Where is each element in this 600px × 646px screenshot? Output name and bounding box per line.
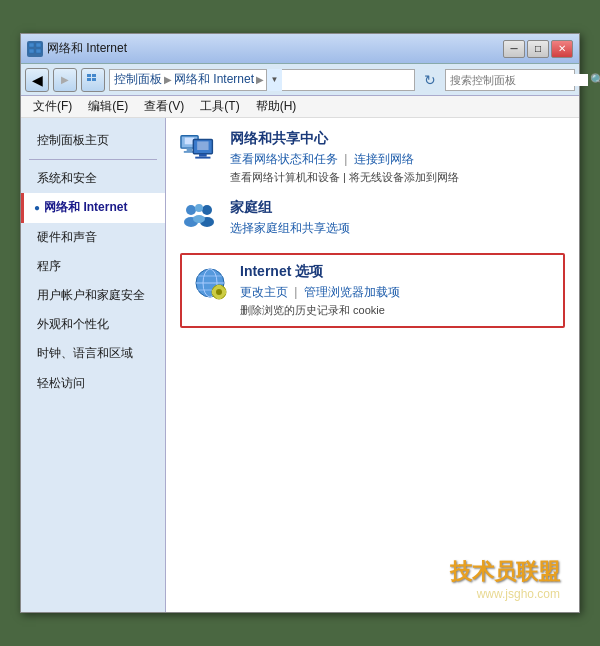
search-input[interactable]	[450, 74, 588, 86]
svg-rect-5	[92, 74, 96, 77]
watermark: 技术员联盟 www.jsgho.com	[450, 557, 560, 601]
svg-rect-29	[217, 285, 221, 288]
title-bar: 网络和 Internet ─ □ ✕	[21, 34, 579, 64]
section-homegroup-text: 家庭组 选择家庭组和共享选项	[230, 199, 565, 239]
svg-rect-13	[197, 141, 208, 150]
link-manage-addons[interactable]: 管理浏览器加载项	[304, 285, 400, 299]
svg-rect-7	[92, 78, 96, 81]
internet-options-icon	[190, 263, 230, 303]
section-network-title: 网络和共享中心	[230, 130, 565, 148]
up-button[interactable]	[81, 68, 105, 92]
window-title: 网络和 Internet	[47, 40, 127, 57]
sidebar-item-network[interactable]: 网络和 Internet	[21, 193, 165, 222]
search-box: 🔍	[445, 69, 575, 91]
link-homegroup[interactable]: 选择家庭组和共享选项	[230, 221, 350, 235]
section-homegroup-title: 家庭组	[230, 199, 565, 217]
title-bar-buttons: ─ □ ✕	[503, 40, 573, 58]
menu-help[interactable]: 帮助(H)	[250, 96, 303, 117]
watermark-main: 技术员联盟	[450, 557, 560, 587]
minimize-button[interactable]: ─	[503, 40, 525, 58]
svg-rect-4	[87, 74, 91, 77]
svg-rect-14	[199, 154, 207, 157]
breadcrumb-current[interactable]: 网络和 Internet	[174, 71, 254, 88]
sidebar-divider1	[29, 159, 157, 160]
svg-rect-2	[29, 49, 34, 53]
main-window: 网络和 Internet ─ □ ✕ ◀ ▶ 控制面板	[20, 33, 580, 613]
menu-tools[interactable]: 工具(T)	[194, 96, 245, 117]
svg-rect-6	[87, 78, 91, 81]
svg-rect-32	[223, 290, 226, 294]
breadcrumb-root[interactable]: 控制面板	[114, 71, 162, 88]
svg-rect-15	[195, 157, 210, 159]
svg-point-16	[186, 205, 196, 215]
menu-edit[interactable]: 编辑(E)	[82, 96, 134, 117]
sidebar-item-home[interactable]: 控制面板主页	[21, 126, 165, 155]
address-bar: ◀ ▶ 控制面板 ▶ 网络和 Internet ▶ ▼ ↻ 🔍	[21, 64, 579, 96]
svg-rect-30	[217, 296, 221, 299]
section-internet-desc: 删除浏览的历史记录和 cookie	[240, 303, 555, 318]
section-internet-inner: Internet 选项 更改主页 | 管理浏览器加载项 删除浏览的历史记录和 c…	[190, 263, 555, 318]
section-internet-links: 更改主页 | 管理浏览器加载项	[240, 284, 555, 301]
sidebar-item-access[interactable]: 轻松访问	[21, 369, 165, 398]
menu-bar: 文件(F) 编辑(E) 查看(V) 工具(T) 帮助(H)	[21, 96, 579, 118]
search-icon[interactable]: 🔍	[590, 73, 600, 87]
svg-point-18	[202, 205, 212, 215]
watermark-sub: www.jsgho.com	[450, 587, 560, 601]
link-view-status[interactable]: 查看网络状态和任务	[230, 152, 338, 166]
svg-point-21	[193, 215, 205, 223]
sidebar: 控制面板主页 系统和安全 网络和 Internet 硬件和声音 程序 用户帐户和…	[21, 118, 166, 612]
section-network-desc: 查看网络计算机和设备 | 将无线设备添加到网络	[230, 170, 565, 185]
link-connect[interactable]: 连接到网络	[354, 152, 414, 166]
link-change-homepage[interactable]: 更改主页	[240, 285, 288, 299]
title-bar-left: 网络和 Internet	[27, 40, 127, 57]
right-panel: 网络和共享中心 查看网络状态和任务 | 连接到网络 查看网络计算机和设备 | 将…	[166, 118, 579, 612]
svg-point-28	[216, 289, 222, 295]
section-network-links: 查看网络状态和任务 | 连接到网络	[230, 151, 565, 168]
back-button[interactable]: ◀	[25, 68, 49, 92]
breadcrumb-sep1: ▶	[164, 74, 172, 85]
breadcrumb-dropdown[interactable]: ▼	[266, 69, 282, 91]
forward-button[interactable]: ▶	[53, 68, 77, 92]
homegroup-icon	[180, 199, 220, 239]
breadcrumb-bar: 控制面板 ▶ 网络和 Internet ▶ ▼	[109, 69, 415, 91]
svg-rect-3	[36, 49, 41, 53]
breadcrumb-sep2: ▶	[256, 74, 264, 85]
section-network-center: 网络和共享中心 查看网络状态和任务 | 连接到网络 查看网络计算机和设备 | 将…	[180, 130, 565, 185]
sidebar-item-system[interactable]: 系统和安全	[21, 164, 165, 193]
menu-view[interactable]: 查看(V)	[138, 96, 190, 117]
close-button[interactable]: ✕	[551, 40, 573, 58]
sidebar-item-programs[interactable]: 程序	[21, 252, 165, 281]
section-network-text: 网络和共享中心 查看网络状态和任务 | 连接到网络 查看网络计算机和设备 | 将…	[230, 130, 565, 185]
sidebar-item-clock[interactable]: 时钟、语言和区域	[21, 339, 165, 368]
svg-rect-1	[36, 43, 41, 47]
section-internet-options: Internet 选项 更改主页 | 管理浏览器加载项 删除浏览的历史记录和 c…	[180, 253, 565, 328]
section-internet-title: Internet 选项	[240, 263, 555, 281]
network-center-icon	[180, 130, 220, 170]
svg-rect-31	[212, 290, 215, 294]
section-internet-text: Internet 选项 更改主页 | 管理浏览器加载项 删除浏览的历史记录和 c…	[240, 263, 555, 318]
sidebar-item-appearance[interactable]: 外观和个性化	[21, 310, 165, 339]
section-homegroup: 家庭组 选择家庭组和共享选项	[180, 199, 565, 239]
menu-file[interactable]: 文件(F)	[27, 96, 78, 117]
svg-rect-0	[29, 43, 34, 47]
main-content: 控制面板主页 系统和安全 网络和 Internet 硬件和声音 程序 用户帐户和…	[21, 118, 579, 612]
sidebar-item-users[interactable]: 用户帐户和家庭安全	[21, 281, 165, 310]
section-homegroup-links: 选择家庭组和共享选项	[230, 220, 565, 237]
refresh-button[interactable]: ↻	[419, 69, 441, 91]
svg-rect-10	[187, 148, 193, 151]
sidebar-item-hardware[interactable]: 硬件和声音	[21, 223, 165, 252]
restore-button[interactable]: □	[527, 40, 549, 58]
window-icon	[27, 41, 43, 57]
svg-point-20	[195, 204, 203, 212]
